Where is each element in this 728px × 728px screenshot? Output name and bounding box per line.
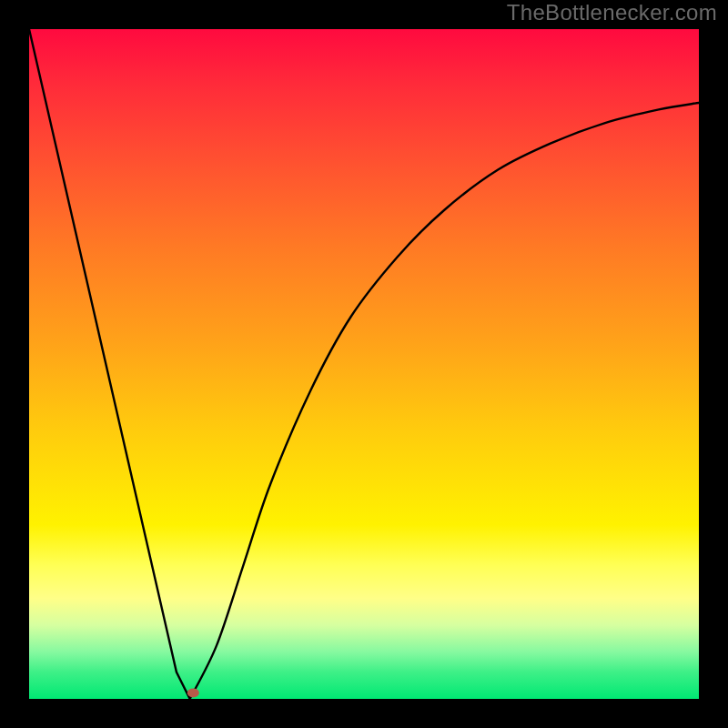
optimum-marker bbox=[187, 688, 199, 697]
plot-gradient-bg bbox=[29, 29, 699, 699]
watermark-text: TheBottlenecker.com bbox=[507, 0, 717, 25]
chart-container: TheBottlenecker.com bbox=[0, 0, 728, 728]
bottleneck-curve-line bbox=[29, 29, 699, 699]
plot-svg bbox=[29, 29, 699, 699]
